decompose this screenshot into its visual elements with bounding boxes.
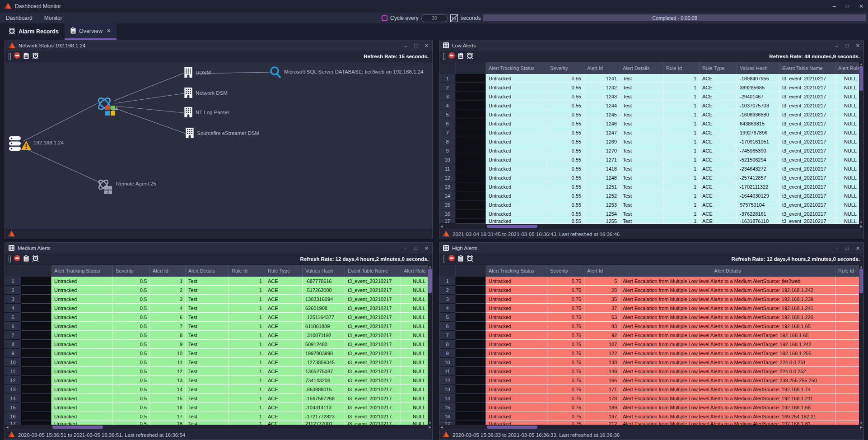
row-selector-cell[interactable] bbox=[456, 331, 486, 340]
row-selector-cell[interactable] bbox=[456, 200, 486, 209]
vertical-scrollbar[interactable]: ▲▼ bbox=[859, 62, 863, 224]
column-header-alert-id[interactable]: Alert Id bbox=[584, 62, 620, 74]
column-header-alert-id[interactable]: Alert Id bbox=[150, 265, 186, 277]
table-row[interactable]: 9Untracked0.75122Alert Escalation from m… bbox=[439, 349, 863, 358]
row-selector-cell[interactable] bbox=[456, 128, 486, 137]
table-row[interactable]: 12Untracked0.513Test1ACE734143206t3_even… bbox=[5, 376, 432, 385]
table-row[interactable]: 14Untracked0.515Test1ACE-1567587268t3_ev… bbox=[5, 394, 432, 403]
column-header-rule-type[interactable]: Rule Type bbox=[265, 265, 303, 277]
window-minimize-button[interactable]: – bbox=[833, 3, 836, 9]
table-row[interactable]: 17Untracked0.551255Test1ACE-1631876110t3… bbox=[439, 218, 863, 224]
column-header-alert-details[interactable]: Alert Details bbox=[620, 62, 663, 74]
row-selector-cell[interactable] bbox=[456, 173, 486, 182]
column-header-severity[interactable]: Severity bbox=[547, 62, 584, 74]
tab-close-icon[interactable]: ✕ bbox=[107, 28, 111, 34]
clipboard-icon[interactable] bbox=[458, 255, 463, 264]
table-row[interactable]: 17Untracked0.75212Alert Escalation from … bbox=[439, 421, 863, 425]
alarm-clock-icon[interactable] bbox=[32, 52, 39, 59]
horizontal-scrollbar[interactable]: ◀▶ bbox=[439, 224, 863, 229]
column-header-severity[interactable]: Severity bbox=[113, 265, 150, 277]
node-udsm[interactable]: UDSM bbox=[183, 67, 211, 80]
table-row[interactable]: 14Untracked0.551252Test1ACE-1644030129t3… bbox=[439, 191, 863, 200]
clipboard-icon[interactable] bbox=[23, 52, 29, 59]
table-row[interactable]: 15Untracked0.516Test1ACE-104314113t3_eve… bbox=[5, 403, 432, 412]
row-selector-cell[interactable] bbox=[21, 367, 51, 376]
node-nt-log-parser[interactable]: NT Log Parser bbox=[183, 107, 229, 120]
table-row[interactable]: 4Untracked0.7537Alert Escalation from Mu… bbox=[439, 304, 863, 313]
stop-refresh-icon[interactable] bbox=[448, 255, 455, 261]
alarm-clock-icon[interactable] bbox=[9, 28, 15, 34]
scroll-right-arrow[interactable]: ▶ bbox=[429, 426, 431, 429]
row-selector-cell[interactable] bbox=[456, 304, 486, 313]
table-row[interactable]: 7Untracked0.551247Test1ACE1992767896t3_e… bbox=[439, 128, 863, 137]
row-selector-cell[interactable] bbox=[456, 358, 486, 367]
row-selector-cell[interactable] bbox=[456, 155, 486, 164]
scroll-right-arrow[interactable]: ▶ bbox=[860, 426, 863, 429]
row-selector-cell[interactable] bbox=[456, 209, 486, 218]
alarm-clock-icon[interactable] bbox=[467, 255, 473, 262]
panel-maximize-button[interactable]: □ bbox=[845, 43, 849, 49]
panel-close-button[interactable]: ✕ bbox=[425, 245, 429, 251]
scroll-right-arrow[interactable]: ▶ bbox=[860, 225, 863, 228]
alarm-clock-icon[interactable] bbox=[32, 52, 39, 61]
row-selector-cell[interactable] bbox=[21, 340, 51, 349]
table-row[interactable]: 11Untracked0.512Test1ACE1305275087t3_eve… bbox=[5, 367, 432, 376]
tab-alarm-records[interactable]: Alarm Records bbox=[3, 23, 65, 40]
table-row[interactable]: 11Untracked0.551418Test1ACE-234643272t3_… bbox=[439, 164, 863, 173]
clipboard-icon[interactable] bbox=[70, 27, 76, 34]
row-selector-cell[interactable] bbox=[21, 322, 51, 331]
clipboard-icon[interactable] bbox=[23, 52, 29, 61]
scrollbar-thumb[interactable] bbox=[859, 66, 863, 91]
clipboard-icon[interactable] bbox=[458, 255, 463, 262]
table-row[interactable]: 15Untracked0.551253Test1ACE975750104t3_e… bbox=[439, 200, 863, 209]
table-row[interactable]: 16Untracked0.551254Test1ACE-376228161t3_… bbox=[439, 209, 863, 218]
table-row[interactable]: 13Untracked0.551251Test1ACE-1702111322t3… bbox=[439, 182, 863, 191]
row-selector-cell[interactable] bbox=[456, 349, 486, 358]
toolbar-grip[interactable] bbox=[9, 255, 11, 263]
column-header-event-table-name[interactable]: Event Table Name bbox=[779, 62, 835, 74]
table-row[interactable]: 4Untracked0.54Test1ACE62601908t3_event_2… bbox=[5, 304, 432, 313]
window-close-button[interactable]: ✕ bbox=[859, 3, 863, 9]
column-header-alert-details[interactable]: Alert Details bbox=[620, 265, 835, 277]
table-row[interactable]: 17Untracked0.518Test1ACE2112777001t3_eve… bbox=[5, 421, 432, 425]
row-selector-cell[interactable] bbox=[456, 83, 486, 92]
row-selector-cell[interactable] bbox=[21, 358, 51, 367]
table-row[interactable]: 6Untracked0.57Test1ACE611061889t3_event_… bbox=[5, 322, 432, 331]
toolbar-grip[interactable] bbox=[443, 53, 445, 60]
scrollbar-thumb[interactable] bbox=[487, 426, 537, 429]
table-row[interactable]: 10Untracked0.551271Test1ACE-521506294t3_… bbox=[439, 155, 863, 164]
horizontal-scrollbar[interactable]: ◀▶ bbox=[439, 425, 863, 430]
scrollbar-thumb[interactable] bbox=[428, 269, 432, 293]
row-selector-cell[interactable] bbox=[456, 340, 486, 349]
clipboard-icon[interactable] bbox=[23, 255, 29, 262]
scrollbar-thumb[interactable] bbox=[52, 426, 103, 429]
column-header-rule-id[interactable]: Rule Id bbox=[663, 62, 700, 74]
column-header-alert-tracking-status[interactable]: Alert Tracking Status bbox=[486, 62, 547, 74]
column-header-severity[interactable]: Severity bbox=[547, 265, 584, 277]
table-row[interactable]: 2Untracked0.551242Test1ACE389285685t3_ev… bbox=[439, 83, 863, 92]
row-selector-cell[interactable] bbox=[456, 313, 486, 322]
table-row[interactable]: 2Untracked0.7528Alert Escalation from Mu… bbox=[439, 286, 863, 295]
table-row[interactable]: 9Untracked0.551270Test1ACE-745965390t3_e… bbox=[439, 146, 863, 155]
row-selector-cell[interactable] bbox=[456, 146, 486, 155]
row-selector-cell[interactable] bbox=[456, 137, 486, 146]
table-row[interactable]: 3Untracked0.53Test1ACE1303316094t3_event… bbox=[5, 295, 432, 304]
stop-refresh-icon[interactable] bbox=[14, 255, 20, 263]
row-selector-cell[interactable] bbox=[456, 322, 486, 331]
menu-monitor[interactable]: Monitor bbox=[38, 13, 68, 23]
row-selector-cell[interactable] bbox=[456, 394, 486, 403]
row-selector-cell[interactable] bbox=[456, 92, 486, 101]
row-selector-cell[interactable] bbox=[456, 119, 486, 128]
scroll-up-arrow[interactable]: ▲ bbox=[860, 265, 863, 268]
window-maximize-button[interactable]: □ bbox=[846, 3, 849, 9]
row-selector-cell[interactable] bbox=[456, 182, 486, 191]
scroll-down-arrow[interactable]: ▼ bbox=[860, 421, 863, 425]
table-row[interactable]: 12Untracked0.75166Alert Escalation from … bbox=[439, 376, 863, 385]
row-selector-cell[interactable] bbox=[21, 331, 51, 340]
row-selector-cell[interactable] bbox=[456, 286, 486, 295]
row-selector-cell[interactable] bbox=[456, 367, 486, 376]
horizontal-scrollbar[interactable]: ◀▶ bbox=[5, 425, 432, 430]
table-row[interactable]: 1Untracked0.755Alert Escalation from Mul… bbox=[439, 277, 863, 286]
stop-refresh-icon[interactable] bbox=[448, 52, 455, 60]
row-selector-cell[interactable] bbox=[21, 277, 51, 286]
